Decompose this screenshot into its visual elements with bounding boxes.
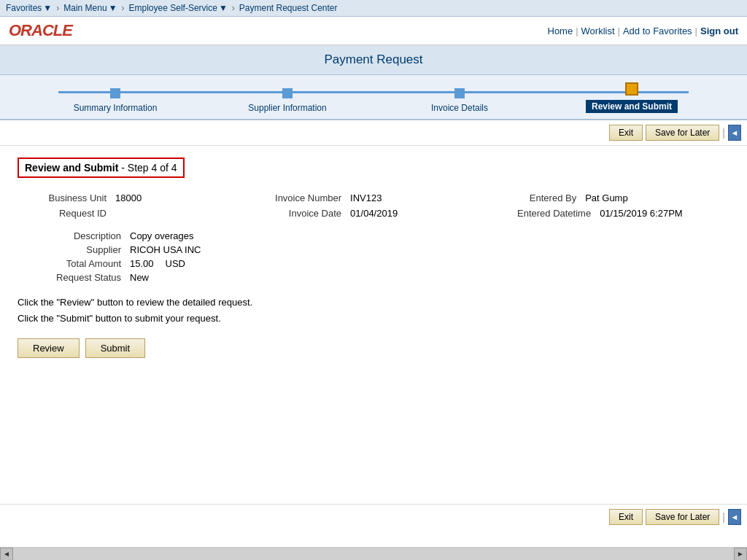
main-menu[interactable]: Main Menu ▼: [63, 3, 117, 13]
entered-datetime-value: 01/15/2019 6:27PM: [597, 208, 682, 219]
bottom-exit-button[interactable]: Exit: [609, 509, 643, 525]
employee-self-service-chevron: ▼: [219, 3, 228, 13]
favorites-chevron: ▼: [43, 3, 52, 13]
scroll-left-arrow[interactable]: ◄: [0, 548, 13, 561]
supplier-value: RICOH USA INC: [127, 244, 201, 255]
home-link[interactable]: Home: [548, 26, 573, 36]
submit-button[interactable]: Submit: [85, 338, 145, 358]
entered-by-value: Pat Gump: [582, 192, 628, 203]
nav-separator-3: ›: [232, 3, 235, 13]
save-for-later-button[interactable]: Save for Later: [646, 125, 719, 141]
employee-self-service-label: Employee Self-Service: [129, 3, 217, 13]
total-amount-currency: USD: [166, 258, 185, 269]
bottom-toolbar-collapse-arrow[interactable]: ◄: [728, 509, 741, 525]
sign-out-link[interactable]: Sign out: [700, 26, 738, 36]
section-heading-suffix: - Step 4 of 4: [118, 162, 177, 174]
wizard-step-3[interactable]: Invoice Details: [374, 88, 546, 113]
bottom-toolbar-separator: |: [722, 511, 725, 523]
bottom-toolbar: Exit Save for Later | ◄: [0, 504, 747, 529]
review-button[interactable]: Review: [18, 338, 80, 358]
business-unit-value: 18000: [112, 192, 142, 203]
page-title: Payment Request: [324, 52, 422, 66]
instruction-line-1: Click the "Review" button to review the …: [18, 295, 729, 311]
invoice-number-label: Invoice Number: [252, 192, 347, 203]
total-amount-value: 15.00: [127, 258, 154, 269]
header-divider-2: |: [618, 26, 620, 36]
total-amount-label: Total Amount: [18, 258, 127, 269]
bottom-save-for-later-button[interactable]: Save for Later: [646, 509, 719, 525]
oracle-logo: ORACLE: [9, 21, 72, 40]
wizard-step-1-label: Summary Information: [74, 103, 158, 113]
wizard-container: Summary Information Supplier Information…: [0, 75, 747, 120]
main-menu-chevron: ▼: [109, 3, 117, 13]
scroll-right-arrow[interactable]: ►: [734, 548, 747, 561]
nav-separator-2: ›: [122, 3, 125, 13]
payment-request-center-label: Payment Request Center: [239, 3, 338, 13]
wizard-step-2-label: Supplier Information: [248, 103, 326, 113]
wizard-step-1-dot: [110, 88, 120, 98]
horizontal-scrollbar[interactable]: ◄ ►: [0, 547, 747, 560]
scroll-track[interactable]: [13, 548, 734, 560]
wizard-step-3-label: Invoice Details: [431, 103, 488, 113]
favorites-label: Favorites: [6, 3, 42, 13]
supplier-label: Supplier: [18, 244, 127, 255]
page-title-banner: Payment Request: [0, 45, 747, 75]
request-status-label: Request Status: [18, 272, 127, 283]
instruction-line-2: Click the "Submit" button to submit your…: [18, 311, 729, 327]
toolbar-separator: |: [722, 127, 725, 139]
entered-datetime-label: Entered Datetime: [487, 208, 597, 219]
wizard-step-2[interactable]: Supplier Information: [201, 88, 374, 113]
request-id-value: [112, 208, 118, 219]
employee-self-service-menu[interactable]: Employee Self-Service ▼: [129, 3, 228, 13]
invoice-number-value: INV123: [347, 192, 382, 203]
header-nav-links: Home | Worklist | Add to Favorites | Sig…: [548, 26, 739, 36]
wizard-step-1[interactable]: Summary Information: [29, 88, 201, 113]
wizard-step-2-dot: [282, 88, 293, 98]
entered-by-label: Entered By: [487, 192, 582, 203]
wizard-steps: Summary Information Supplier Information…: [0, 82, 747, 113]
section-heading-bold: Review and Submit: [25, 162, 118, 174]
top-toolbar: Exit Save for Later | ◄: [0, 120, 747, 146]
header-divider-3: |: [695, 26, 697, 36]
favorites-menu[interactable]: Favorites ▼: [6, 3, 52, 13]
description-label: Description: [18, 230, 127, 241]
exit-button[interactable]: Exit: [609, 125, 643, 141]
nav-separator-1: ›: [56, 3, 59, 13]
request-status-value: New: [127, 272, 149, 283]
header-divider-1: |: [576, 26, 578, 36]
business-unit-label: Business Unit: [18, 192, 112, 203]
action-buttons: Review Submit: [18, 338, 729, 358]
main-content: Review and Submit - Step 4 of 4 Business…: [0, 146, 747, 370]
payment-request-center-link[interactable]: Payment Request Center: [239, 3, 338, 13]
toolbar-collapse-arrow[interactable]: ◄: [728, 125, 741, 141]
wizard-step-4[interactable]: Review and Submit: [546, 82, 718, 113]
page-header: ORACLE Home | Worklist | Add to Favorite…: [0, 17, 747, 45]
invoice-date-label: Invoice Date: [252, 208, 347, 219]
invoice-date-value: 01/04/2019: [347, 208, 398, 219]
top-navigation: Favorites ▼ › Main Menu ▼ › Employee Sel…: [0, 0, 747, 17]
description-value: Copy overages: [127, 230, 193, 241]
instructions: Click the "Review" button to review the …: [18, 295, 729, 327]
add-to-favorites-link[interactable]: Add to Favorites: [623, 26, 692, 36]
wizard-step-4-label: Review and Submit: [586, 100, 678, 113]
worklist-link[interactable]: Worklist: [581, 26, 615, 36]
main-menu-label: Main Menu: [63, 3, 107, 13]
wizard-step-4-dot: [625, 82, 638, 96]
section-heading-box: Review and Submit - Step 4 of 4: [18, 158, 185, 178]
request-id-label: Request ID: [18, 208, 112, 219]
wizard-step-3-dot: [454, 88, 465, 98]
